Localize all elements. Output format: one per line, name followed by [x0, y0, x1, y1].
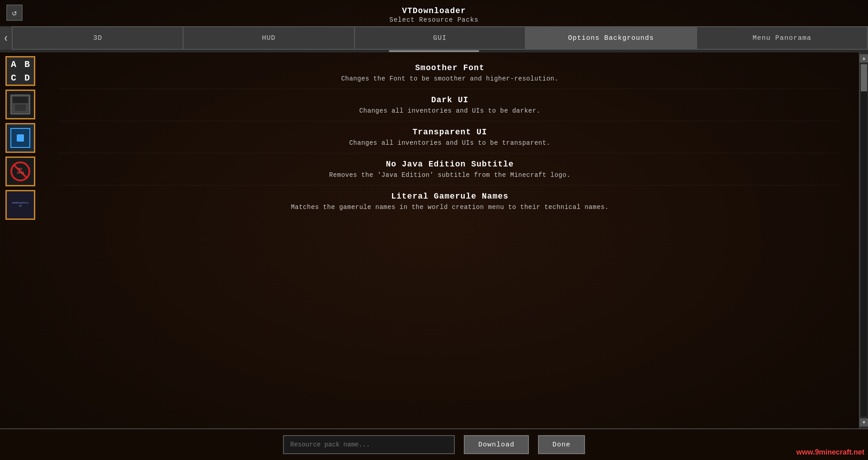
- footer: Download Done: [0, 428, 868, 460]
- download-button[interactable]: Download: [464, 435, 529, 454]
- pack-desc-smoother-font: Changes the Font to be smoother and high…: [59, 75, 841, 82]
- pack-icon-no-java[interactable]: NOJAVA: [5, 156, 35, 186]
- search-input[interactable]: [283, 435, 455, 454]
- pack-icon-smoother-font[interactable]: ABCD: [5, 56, 35, 86]
- gamerule-icon: badInventoryUI: [7, 191, 34, 218]
- tab-bar: ❮ 3D HUD GUI Options Backgrounds Menu Pa…: [0, 26, 868, 50]
- nojava-text: NOJAVA: [17, 168, 24, 175]
- tab-hud[interactable]: HUD: [184, 27, 354, 49]
- scrollbar-up[interactable]: ▲: [860, 54, 868, 62]
- pack-item-gamerule[interactable]: Literal Gamerule Names Matches the gamer…: [59, 185, 841, 217]
- pack-name-gamerule: Literal Gamerule Names: [59, 192, 841, 201]
- pack-desc-transparent-ui: Changes all inventories and UIs to be tr…: [59, 139, 841, 147]
- tab-menu-panorama[interactable]: Menu Panorama: [697, 27, 868, 49]
- scrollbar-thumb[interactable]: [861, 64, 867, 91]
- pack-icon-gamerule[interactable]: badInventoryUI: [5, 190, 35, 220]
- header: VTDownloader Select Resource Packs: [0, 0, 868, 26]
- watermark: www.9minecraft.net: [796, 448, 864, 456]
- floppy-icon: [10, 95, 30, 114]
- no-java-icon: NOJAVA: [7, 158, 34, 185]
- pack-name-dark-ui: Dark UI: [59, 95, 841, 104]
- pack-name-smoother-font: Smoother Font: [59, 63, 841, 72]
- pack-desc-gamerule: Matches the gamerule names in the world …: [59, 204, 841, 211]
- pack-item-no-java[interactable]: No Java Edition Subtitle Removes the 'Ja…: [59, 153, 841, 185]
- gamerule-icon-text: badInventoryUI: [12, 202, 28, 208]
- back-button-topleft[interactable]: ↺: [6, 5, 23, 21]
- pack-item-smoother-font[interactable]: Smoother Font Changes the Font to be smo…: [59, 57, 841, 89]
- pack-desc-no-java: Removes the 'Java Edition' subtitle from…: [59, 171, 841, 179]
- pack-item-dark-ui[interactable]: Dark UI Changes all inventories and UIs …: [59, 89, 841, 121]
- right-scrollbar: ▲ ▼: [859, 52, 868, 428]
- pack-desc-dark-ui: Changes all inventories and UIs to be da…: [59, 107, 841, 114]
- transparent-ui-icon: [7, 124, 34, 152]
- scrollbar-down[interactable]: ▼: [860, 418, 868, 427]
- app-title: VTDownloader: [0, 6, 868, 15]
- icon-list: ABCD NOJAVA: [0, 52, 41, 428]
- pack-item-transparent-ui[interactable]: Transparent UI Changes all inventories a…: [59, 121, 841, 153]
- back-icon: ↺: [12, 8, 17, 18]
- main-content: ABCD NOJAVA: [0, 52, 868, 428]
- tab-options-backgrounds[interactable]: Options Backgrounds: [526, 27, 697, 49]
- tab-scroll-left[interactable]: ❮: [0, 26, 13, 50]
- pack-icon-dark-ui[interactable]: [5, 90, 35, 119]
- scroll-bar: [389, 50, 479, 52]
- pack-name-no-java: No Java Edition Subtitle: [59, 160, 841, 169]
- pack-list: Smoother Font Changes the Font to be smo…: [41, 52, 859, 428]
- dark-ui-icon: [7, 91, 34, 118]
- abcd-icon: ABCD: [7, 57, 34, 85]
- pack-icon-transparent-ui[interactable]: [5, 123, 35, 153]
- app-subtitle: Select Resource Packs: [0, 16, 868, 24]
- done-button[interactable]: Done: [538, 435, 585, 454]
- circuit-icon: [10, 128, 30, 148]
- scrollbar-track: [861, 64, 867, 417]
- tab-gui[interactable]: GUI: [355, 27, 526, 49]
- tab-3d[interactable]: 3D: [13, 27, 184, 49]
- app-container: ↺ VTDownloader Select Resource Packs ❮ 3…: [0, 0, 868, 460]
- pack-name-transparent-ui: Transparent UI: [59, 128, 841, 137]
